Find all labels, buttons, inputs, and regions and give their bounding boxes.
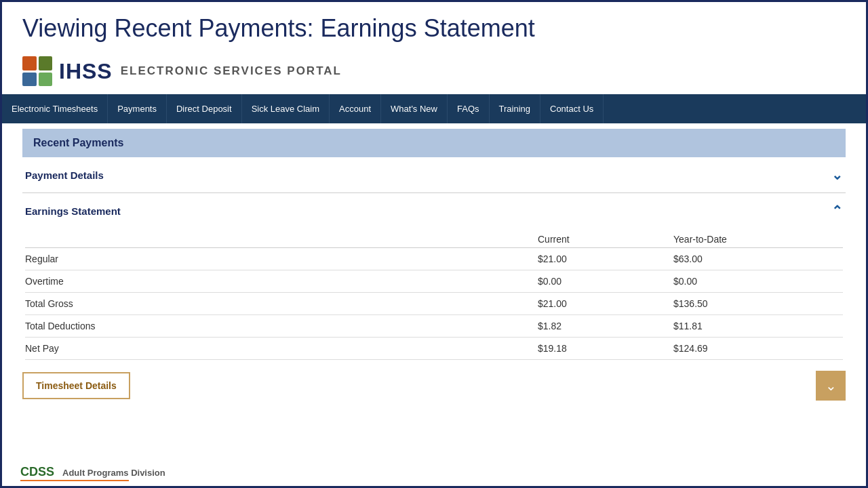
earnings-row-overtime: Overtime $0.00 $0.00 [25,270,843,293]
nav-faqs[interactable]: FAQs [448,94,490,123]
label-net-pay: Net Pay [25,343,538,354]
header: IHSS ELECTRONIC SERVICES PORTAL [2,49,866,94]
timesheet-chevron-down-icon[interactable]: ⌄ [816,371,846,401]
earnings-row-regular: Regular $21.00 $63.00 [25,248,843,270]
footer: CDSS Adult Programs Division [20,465,165,481]
nav-electronic-timesheets[interactable]: Electronic Timesheets [2,94,108,123]
ytd-net-pay: $124.69 [673,343,843,354]
timesheet-details-row: Timesheet Details ⌄ [22,371,846,401]
label-regular: Regular [25,253,538,264]
logo-sq-green [39,56,53,70]
earnings-statement-label: Earnings Statement [25,205,121,217]
payment-details-label: Payment Details [25,169,104,181]
page-title: Viewing Recent Payments: Earnings Statem… [2,2,866,49]
footer-underline [20,480,129,481]
timesheet-details-button[interactable]: Timesheet Details [22,372,130,399]
current-regular: $21.00 [538,253,673,264]
column-current: Current [538,234,673,245]
earnings-statement-accordion[interactable]: Earnings Statement ⌃ [22,193,846,228]
logo-sq-blue [22,73,37,87]
earnings-row-total-deductions: Total Deductions $1.82 $11.81 [25,315,843,338]
payment-details-chevron-down-icon: ⌄ [831,167,843,183]
nav-account[interactable]: Account [330,94,381,123]
nav-sick-leave-claim[interactable]: Sick Leave Claim [242,94,330,123]
label-total-gross: Total Gross [25,298,538,309]
current-net-pay: $19.18 [538,343,673,354]
footer-cdss-text: CDSS [20,465,54,479]
ytd-overtime: $0.00 [673,276,843,287]
logo-icon [22,56,52,86]
footer-content: CDSS Adult Programs Division [20,465,165,481]
ytd-total-gross: $136.50 [673,298,843,309]
ytd-regular: $63.00 [673,253,843,264]
column-ytd: Year-to-Date [673,234,843,245]
main-content: Recent Payments Payment Details ⌄ Earnin… [2,129,866,401]
payment-details-accordion[interactable]: Payment Details ⌄ [22,157,846,193]
nav-training[interactable]: Training [490,94,540,123]
earnings-column-headers: Current Year-to-Date [25,228,843,248]
earnings-statement-chevron-up-icon: ⌃ [831,203,843,219]
nav-whats-new[interactable]: What's New [381,94,448,123]
main-nav: Electronic Timesheets Payments Direct De… [2,94,866,123]
earnings-row-total-gross: Total Gross $21.00 $136.50 [25,293,843,315]
label-overtime: Overtime [25,276,538,287]
label-total-deductions: Total Deductions [25,321,538,331]
nav-contact-us[interactable]: Contact Us [540,94,604,123]
nav-direct-deposit[interactable]: Direct Deposit [167,94,242,123]
earnings-table: Current Year-to-Date Regular $21.00 $63.… [22,228,846,360]
earnings-row-net-pay: Net Pay $19.18 $124.69 [25,338,843,360]
logo-sq-orange [22,56,37,70]
current-overtime: $0.00 [538,276,673,287]
footer-division-text: Adult Programs Division [62,468,165,478]
logo-esp-text: ELECTRONIC SERVICES PORTAL [121,64,342,78]
recent-payments-header: Recent Payments [22,129,846,157]
logo-sq-teal [39,73,53,87]
current-total-deductions: $1.82 [538,321,673,331]
nav-payments[interactable]: Payments [108,94,167,123]
current-total-gross: $21.00 [538,298,673,309]
logo-ihss-text: IHSS [59,59,113,84]
ytd-total-deductions: $11.81 [673,321,843,331]
